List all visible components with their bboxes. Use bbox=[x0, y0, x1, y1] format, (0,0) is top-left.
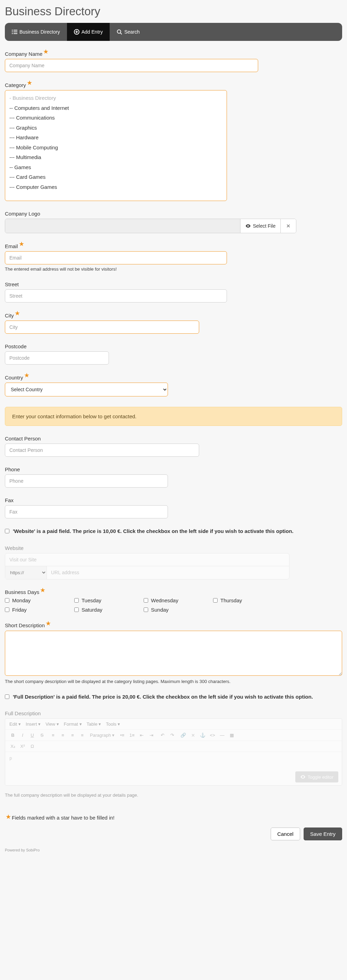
undo-icon[interactable]: ↶ bbox=[159, 733, 166, 738]
day-wednesday[interactable]: Wednesday bbox=[144, 597, 213, 603]
category-option[interactable]: --- Computer Games bbox=[10, 182, 222, 192]
editor-body[interactable]: p bbox=[5, 752, 342, 768]
website-paid-checkbox[interactable] bbox=[5, 529, 10, 533]
svg-rect-8 bbox=[75, 32, 78, 32]
day-checkbox[interactable] bbox=[5, 598, 10, 603]
category-option[interactable]: -- Computers and Internet bbox=[10, 103, 222, 113]
editor-menu-format[interactable]: Format ▾ bbox=[64, 721, 82, 727]
short-desc-help: The short company description will be di… bbox=[5, 679, 342, 684]
category-option[interactable]: -- Games bbox=[10, 162, 222, 173]
hr-icon[interactable]: — bbox=[219, 733, 225, 738]
toggle-editor-label: Toggle editor bbox=[308, 775, 333, 780]
category-listbox[interactable]: - Business Directory -- Computers and In… bbox=[5, 90, 227, 201]
fulldesc-paid-text: 'Full Description' is a paid field. The … bbox=[13, 693, 313, 701]
underline-icon[interactable]: U bbox=[29, 733, 36, 738]
italic-icon[interactable]: I bbox=[19, 733, 26, 738]
save-entry-button[interactable]: Save Entry bbox=[304, 827, 342, 840]
country-select[interactable]: Select Country bbox=[5, 383, 168, 396]
short-desc-textarea[interactable] bbox=[5, 631, 342, 676]
contact-info-callout: Enter your contact information below to … bbox=[5, 407, 342, 426]
editor-menu-tools[interactable]: Tools ▾ bbox=[106, 721, 120, 727]
align-center-icon[interactable]: ≡ bbox=[59, 733, 66, 738]
category-option[interactable]: --- Multimedia bbox=[10, 153, 222, 162]
toggle-editor-button[interactable]: Toggle editor bbox=[295, 772, 338, 783]
outdent-icon[interactable]: ⇤ bbox=[138, 733, 145, 738]
street-input[interactable] bbox=[5, 290, 227, 302]
category-option[interactable]: --- Mobile Computing bbox=[10, 143, 222, 153]
email-help-text: The entered email address will not be vi… bbox=[5, 266, 342, 272]
bullet-list-icon[interactable]: •≡ bbox=[119, 733, 126, 738]
align-justify-icon[interactable]: ≡ bbox=[79, 733, 86, 738]
redo-icon[interactable]: ↷ bbox=[169, 733, 176, 738]
align-left-icon[interactable]: ≡ bbox=[50, 733, 56, 738]
fulldesc-paid-checkbox[interactable] bbox=[5, 694, 10, 699]
table-icon[interactable]: ▦ bbox=[228, 733, 235, 738]
unlink-icon[interactable]: ⤫ bbox=[189, 733, 197, 738]
tab-add-entry[interactable]: Add Entry bbox=[67, 23, 110, 41]
tab-label: Search bbox=[124, 29, 139, 35]
paragraph-select[interactable]: Paragraph ▾ bbox=[90, 733, 115, 738]
company-name-label: Company Name bbox=[5, 51, 42, 57]
contact-person-input[interactable] bbox=[5, 444, 199, 457]
day-checkbox[interactable] bbox=[144, 598, 148, 603]
postcode-input[interactable] bbox=[5, 352, 109, 364]
day-tuesday[interactable]: Tuesday bbox=[74, 597, 144, 603]
city-input[interactable] bbox=[5, 321, 199, 334]
day-label: Sunday bbox=[151, 607, 169, 612]
fax-input[interactable] bbox=[5, 505, 168, 519]
strike-icon[interactable]: S bbox=[38, 733, 45, 738]
day-checkbox[interactable] bbox=[5, 608, 10, 612]
category-option[interactable]: --- Card Games bbox=[10, 172, 222, 182]
website-url-input[interactable] bbox=[47, 566, 289, 579]
day-sunday[interactable]: Sunday bbox=[144, 607, 213, 612]
country-label: Country bbox=[5, 375, 23, 380]
website-protocol-select[interactable]: https:// bbox=[5, 566, 47, 579]
category-option[interactable]: --- Graphics bbox=[10, 123, 222, 133]
omega-icon[interactable]: Ω bbox=[29, 744, 36, 749]
number-list-icon[interactable]: 1≡ bbox=[128, 733, 135, 738]
editor-menu-edit[interactable]: Edit ▾ bbox=[10, 721, 21, 727]
search-icon bbox=[117, 29, 122, 35]
svg-line-10 bbox=[120, 33, 122, 34]
day-checkbox[interactable] bbox=[74, 608, 79, 612]
day-checkbox[interactable] bbox=[74, 598, 79, 603]
code-icon[interactable]: <> bbox=[209, 733, 216, 738]
subscript-icon[interactable]: X₂ bbox=[10, 744, 16, 749]
company-name-input[interactable] bbox=[5, 59, 258, 72]
bold-icon[interactable]: B bbox=[10, 733, 16, 738]
link-icon[interactable]: 🔗 bbox=[180, 733, 187, 738]
required-star-icon: ★ bbox=[6, 814, 11, 820]
required-star-icon: ★ bbox=[24, 372, 29, 379]
editor-menu-insert[interactable]: Insert ▾ bbox=[26, 721, 41, 727]
phone-input[interactable] bbox=[5, 474, 168, 488]
editor-menu-view[interactable]: View ▾ bbox=[45, 721, 59, 727]
editor-menu-table[interactable]: Table ▾ bbox=[87, 721, 101, 727]
website-paid-text: 'Website' is a paid field. The price is … bbox=[13, 527, 294, 535]
category-option[interactable]: - Business Directory bbox=[10, 93, 222, 103]
day-friday[interactable]: Friday bbox=[5, 607, 74, 612]
day-saturday[interactable]: Saturday bbox=[74, 607, 144, 612]
website-title-input[interactable] bbox=[5, 554, 289, 566]
day-checkbox[interactable] bbox=[213, 598, 217, 603]
tab-business-directory[interactable]: Business Directory bbox=[5, 23, 67, 41]
indent-icon[interactable]: ⇥ bbox=[148, 733, 155, 738]
day-monday[interactable]: Monday bbox=[5, 597, 74, 603]
anchor-icon[interactable]: ⚓ bbox=[199, 733, 206, 738]
select-file-button[interactable]: Select File bbox=[240, 219, 280, 233]
superscript-icon[interactable]: X² bbox=[19, 744, 26, 749]
eye-icon bbox=[300, 774, 306, 780]
clear-file-button[interactable]: ✕ bbox=[280, 219, 296, 233]
category-option[interactable]: --- Hardware bbox=[10, 133, 222, 143]
eye-icon bbox=[245, 223, 251, 229]
page-title: Business Directory bbox=[5, 5, 342, 18]
phone-label: Phone bbox=[5, 466, 20, 473]
day-checkbox[interactable] bbox=[144, 608, 148, 612]
day-label: Tuesday bbox=[82, 597, 101, 603]
powered-by: Powered by SobiPro bbox=[5, 848, 342, 852]
align-right-icon[interactable]: ≡ bbox=[69, 733, 76, 738]
category-option[interactable]: --- Communications bbox=[10, 113, 222, 123]
email-input[interactable] bbox=[5, 251, 227, 264]
cancel-button[interactable]: Cancel bbox=[271, 827, 300, 840]
tab-search[interactable]: Search bbox=[110, 23, 146, 41]
day-thursday[interactable]: Thursday bbox=[213, 597, 283, 603]
